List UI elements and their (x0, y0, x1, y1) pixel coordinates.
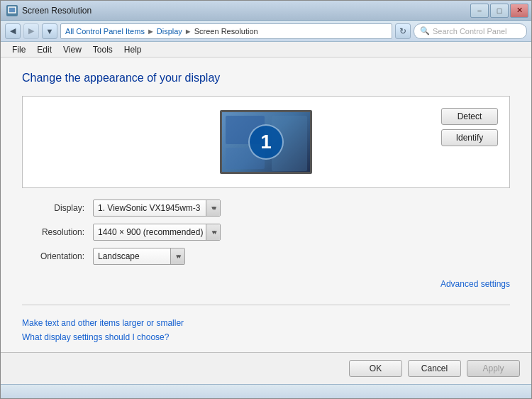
display-value: 1. ViewSonic VX1945wm-3 (98, 203, 201, 213)
form-section: Display: 1. ViewSonic VX1945wm-3 ▼ Resol… (22, 200, 510, 279)
resolution-row: Resolution: 1440 × 900 (recommended) ▼ (22, 224, 510, 241)
link-section: Make text and other items larger or smal… (22, 318, 510, 346)
refresh-button[interactable]: ↻ (395, 23, 411, 39)
menu-help[interactable]: Help (118, 43, 148, 56)
cancel-button[interactable]: Cancel (408, 360, 461, 377)
divider (22, 305, 510, 305)
orientation-select-wrapper[interactable]: Landscape ▼ (93, 248, 185, 265)
search-box[interactable]: 🔍 Search Control Panel (414, 23, 527, 39)
breadcrumb-part1: All Control Panel Items (65, 27, 145, 35)
orientation-arrow: ▼ (170, 248, 184, 264)
main-content: Change the appearance of your display 1 … (1, 58, 531, 352)
svg-rect-1 (9, 8, 15, 12)
maximize-button[interactable]: □ (490, 4, 509, 18)
search-placeholder: Search Control Panel (433, 27, 507, 35)
breadcrumb-part2: Display (157, 27, 182, 35)
display-arrow: ▼ (206, 200, 220, 216)
display-settings-link[interactable]: What display settings should I choose? (22, 332, 510, 342)
display-label: Display: (22, 203, 93, 213)
menu-file[interactable]: File (6, 43, 31, 56)
breadcrumb-part3: Screen Resolution (194, 27, 258, 35)
monitor-number: 1 (248, 124, 284, 160)
orientation-label: Orientation: (22, 251, 93, 261)
close-button[interactable]: ✕ (510, 4, 528, 18)
title-bar-left: Screen Resolution (6, 5, 92, 16)
resolution-select[interactable]: 1440 × 900 (recommended) ▼ (93, 224, 221, 241)
address-bar: ◀ ▶ ▼ All Control Panel Items ► Display … (1, 21, 531, 42)
search-icon: 🔍 (420, 26, 430, 35)
display-select[interactable]: 1. ViewSonic VX1945wm-3 ▼ (93, 200, 221, 217)
back-button[interactable]: ◀ (5, 23, 21, 39)
identify-button[interactable]: Identify (441, 129, 498, 146)
window-title: Screen Resolution (22, 6, 92, 16)
resolution-label: Resolution: (22, 227, 93, 237)
detect-buttons: Detect Identify (441, 108, 498, 146)
text-size-link[interactable]: Make text and other items larger or smal… (22, 318, 510, 328)
bottom-bar: OK Cancel Apply (1, 352, 531, 384)
display-row: Display: 1. ViewSonic VX1945wm-3 ▼ (22, 200, 510, 217)
detect-button[interactable]: Detect (441, 108, 498, 125)
preview-area: 1 Detect Identify (22, 96, 510, 188)
breadcrumb-sep1: ► (147, 27, 155, 35)
recent-pages-button[interactable]: ▼ (42, 23, 57, 39)
address-path: All Control Panel Items ► Display ► Scre… (60, 23, 392, 39)
breadcrumb-sep2: ► (184, 27, 192, 35)
advanced-settings-link[interactable]: Advanced settings (440, 279, 510, 289)
menu-bar: File Edit View Tools Help (1, 42, 531, 58)
orientation-value: Landscape (98, 251, 140, 261)
minimize-button[interactable]: − (470, 4, 489, 18)
resolution-arrow: ▼ (206, 224, 220, 240)
title-bar-controls: − □ ✕ (470, 4, 528, 18)
status-bar (1, 384, 531, 398)
orientation-row: Orientation: Landscape ▼ (22, 248, 510, 265)
advanced-row: Advanced settings (22, 279, 510, 293)
resolution-value: 1440 × 900 (recommended) (98, 227, 203, 237)
monitor-preview: 1 (220, 110, 312, 174)
orientation-select[interactable]: Landscape ▼ (93, 248, 185, 265)
menu-edit[interactable]: Edit (31, 43, 57, 56)
ok-button[interactable]: OK (349, 360, 402, 377)
title-bar: Screen Resolution − □ ✕ (1, 1, 531, 21)
apply-button[interactable]: Apply (467, 360, 520, 377)
forward-button[interactable]: ▶ (23, 23, 39, 39)
menu-view[interactable]: View (57, 43, 87, 56)
display-select-wrapper[interactable]: 1. ViewSonic VX1945wm-3 ▼ (93, 200, 221, 217)
window: Screen Resolution − □ ✕ ◀ ▶ ▼ All Contro… (0, 0, 532, 399)
resolution-select-wrapper[interactable]: 1440 × 900 (recommended) ▼ (93, 224, 221, 241)
page-title: Change the appearance of your display (22, 72, 510, 84)
menu-tools[interactable]: Tools (87, 43, 118, 56)
window-icon (6, 5, 18, 16)
